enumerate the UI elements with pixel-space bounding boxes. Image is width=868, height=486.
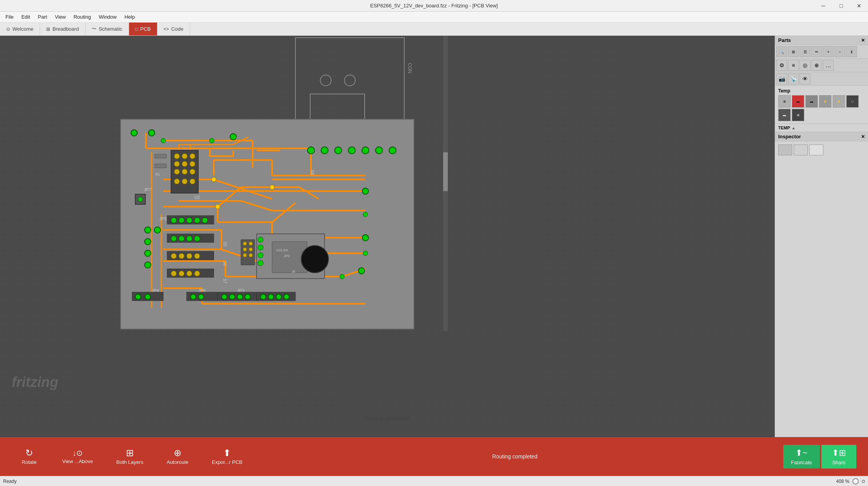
svg-point-118 [258,260,263,266]
both-layers-button[interactable]: ⊞ Both Layers [105,444,155,469]
svg-rect-63 [155,154,166,158]
parts-minus-btn[interactable]: − [835,46,845,57]
svg-point-115 [258,237,263,242]
svg-point-94 [179,236,184,241]
menu-edit[interactable]: Edit [17,12,34,21]
svg-text:JP3: JP3 [284,254,290,258]
parts-icon-7[interactable]: 📡 [788,73,799,84]
tab-schematic[interactable]: 〜 Schematic [86,23,129,35]
titlebar: ESP8266_5V_12V_dev_board.fzz - Fritzing … [0,0,868,12]
parts-icon-4[interactable]: ⊕ [811,60,822,71]
tab-welcome[interactable]: ⊙ Welcome [0,23,40,35]
parts-grid-btn[interactable]: ⊞ [788,46,799,57]
inspector-swatch-2[interactable] [794,145,808,155]
tab-breadboard[interactable]: ⊞ Breadboard [40,23,86,35]
inspector-swatch-3[interactable] [809,145,823,155]
svg-point-95 [187,236,192,241]
svg-text:CON: CON [407,63,412,73]
parts-icon-2[interactable]: ≡ [788,60,799,71]
parts-edit-btn[interactable]: ✏ [811,46,822,57]
svg-point-85 [187,218,192,223]
pcb-icon: □ [135,26,138,32]
svg-point-57 [182,169,187,174]
autoroute-button[interactable]: ⊕ Autoroute [155,444,200,469]
parts-add-btn[interactable]: + [823,46,834,57]
svg-point-101 [194,253,200,259]
svg-point-107 [145,227,151,233]
window-title: ESP8266_5V_12V_dev_board.fzz - Fritzing … [370,3,498,9]
parts-search-btn[interactable]: 🔍 [776,46,787,57]
temp-part-2[interactable]: ▬ [792,95,804,108]
parts-icon-8[interactable]: 👁 [800,73,810,84]
menu-help[interactable]: Help [121,12,139,21]
svg-point-103 [171,271,176,276]
parts-close[interactable]: ✕ [861,38,865,43]
menu-part[interactable]: Part [34,12,51,21]
temp-part-8[interactable]: ⊞ [792,109,804,121]
status-right: 408 % [836,478,865,484]
tab-pcb[interactable]: □ PCB [129,23,157,35]
svg-text:U2: U2 [194,195,200,200]
parts-list-btn[interactable]: ☰ [800,46,810,57]
temp-part-6[interactable]: □ [846,95,859,108]
temp-part-5[interactable]: ⚡ [833,95,845,108]
svg-point-128 [249,253,253,257]
svg-point-106 [194,271,200,276]
temp-up-arrow[interactable]: ▲ [792,126,796,130]
inspector-close[interactable]: ✕ [861,134,865,139]
both-layers-label: Both Layers [116,459,143,465]
svg-point-60 [182,179,187,184]
breadboard-icon: ⊞ [46,26,50,32]
parts-info-btn[interactable]: ℹ [846,46,857,57]
rotate-button[interactable]: ↻ Rotate [8,444,51,469]
zoom-center [862,480,865,483]
svg-point-73 [348,147,355,154]
view-above-button[interactable]: ↓⊙ View ...Above [51,445,105,468]
inspector-swatch-1[interactable] [778,145,792,155]
temp-part-4[interactable]: ⚡ [819,95,831,108]
menu-routing[interactable]: Routing [70,12,95,21]
view-above-icon: ↓⊙ [72,449,83,457]
parts-icon-3[interactable]: ◎ [800,60,810,71]
maximize-button[interactable]: □ [832,0,850,12]
temp-part-1[interactable]: ⊞ [778,95,791,108]
svg-point-126 [249,247,253,251]
svg-point-154 [215,204,220,209]
bottom-toolbar: ↻ Rotate ↓⊙ View ...Above ⊞ Both Layers … [0,437,868,476]
fabricate-button[interactable]: ⬆~ Fabricate [783,445,820,469]
parts-icon-5[interactable]: … [823,60,834,71]
window-controls: ─ □ ✕ [814,0,868,12]
svg-point-53 [174,161,180,167]
canvas-area[interactable]: fritzing CON [0,36,775,437]
svg-point-136 [198,294,204,300]
temp-part-7[interactable]: ▬ [778,109,791,121]
svg-rect-64 [155,164,166,168]
status-text: Ready [3,479,17,484]
menu-view[interactable]: View [51,12,70,21]
svg-point-131 [135,294,141,300]
svg-point-75 [375,147,382,154]
parts-icon-1[interactable]: ⚙ [776,60,787,71]
svg-point-139 [222,294,227,300]
right-panel: Parts ✕ 🔍 ⊞ ☰ ✏ + − ℹ ⚙ ≡ ◎ ⊕ … 📷 📡 👁 [775,36,868,437]
svg-point-56 [174,169,180,174]
share-button[interactable]: ⬆⊞ Share [821,445,856,469]
svg-point-127 [243,253,247,257]
svg-point-98 [171,253,176,259]
svg-point-93 [171,236,176,241]
tab-schematic-label: Schematic [99,26,122,32]
menu-window[interactable]: Window [95,12,121,21]
svg-text:J5: J5 [292,270,295,273]
both-layers-icon: ⊞ [126,448,134,458]
tabbar: ⊙ Welcome ⊞ Breadboard 〜 Schematic □ PCB… [0,23,868,36]
fab-share-group: ⬆~ Fabricate ⬆⊞ Share [783,445,860,469]
export-pcb-button[interactable]: ⬆ Expor...r PCB [200,444,254,469]
svg-point-157 [131,130,137,136]
close-button[interactable]: ✕ [850,0,868,12]
tab-code[interactable]: <> Code [157,23,190,35]
menu-file[interactable]: File [2,12,17,21]
zoom-fit-button[interactable] [852,478,859,484]
minimize-button[interactable]: ─ [814,0,832,12]
temp-part-3[interactable]: ▬ [805,95,818,108]
parts-icon-6[interactable]: 📷 [776,73,787,84]
